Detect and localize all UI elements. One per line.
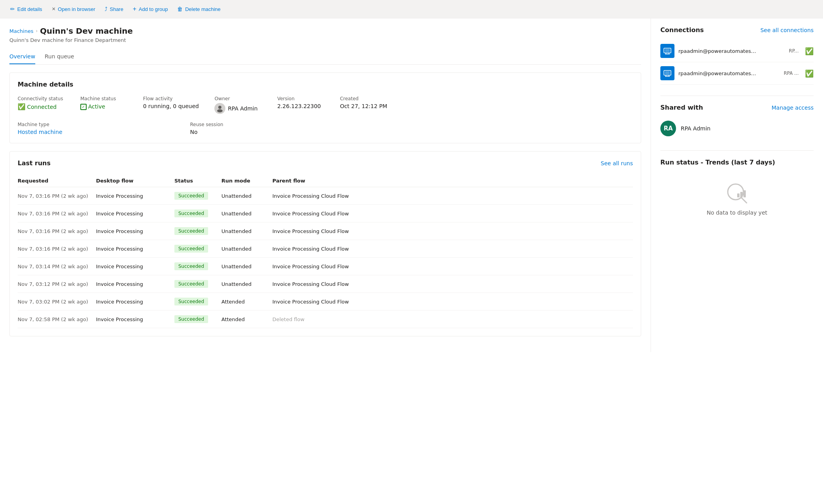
flow-activity-item: Flow activity 0 running, 0 queued [143, 96, 199, 114]
connection-user: rpaadmin@powerautomatesh001.onmicro... [678, 70, 757, 76]
status-badge: Succeeded [174, 298, 208, 305]
cell-run-mode: Unattended [221, 187, 272, 205]
cell-run-mode: Unattended [221, 205, 272, 222]
connectivity-status-item: Connectivity status ✅ Connected [18, 96, 65, 114]
breadcrumb: Machines › Quinn's Dev machine [9, 26, 641, 36]
machine-type-label: Machine type [18, 122, 65, 127]
right-panel: Connections See all connections rpaadmin… [651, 18, 823, 352]
delete-icon: 🗑 [177, 6, 183, 12]
status-badge: Succeeded [174, 192, 208, 200]
machine-details-title: Machine details [18, 81, 633, 88]
svg-rect-14 [737, 193, 740, 197]
status-badge: Succeeded [174, 245, 208, 253]
cell-desktop-flow: Invoice Processing [96, 275, 174, 293]
cell-desktop-flow: Invoice Processing [96, 240, 174, 258]
share-icon: ⤴ [105, 6, 107, 12]
cell-desktop-flow: Invoice Processing [96, 205, 174, 222]
see-all-runs-link[interactable]: See all runs [601, 160, 633, 166]
edit-details-button[interactable]: ✏ Edit details [6, 4, 46, 14]
trends-empty-state: No data to display yet [660, 166, 814, 231]
add-to-group-button[interactable]: + Add to group [129, 3, 172, 15]
shared-user-name: RPA Admin [681, 125, 711, 132]
tab-overview[interactable]: Overview [9, 49, 35, 64]
table-row: Nov 7, 03:12 PM (2 wk ago) Invoice Proce… [18, 275, 633, 293]
cell-parent-flow: Deleted flow [272, 311, 633, 328]
machine-type-item: Machine type Hosted machine [18, 122, 65, 135]
manage-access-link[interactable]: Manage access [772, 105, 814, 111]
connections-list: rpaadmin@powerautomatesh001.onmicros... … [660, 40, 814, 85]
connection-text: rpaadmin@powerautomatesh001.onmicro... [678, 70, 780, 76]
cell-status: Succeeded [174, 222, 221, 240]
cell-run-mode: Attended [221, 311, 272, 328]
cell-status: Succeeded [174, 293, 221, 311]
table-row: Nov 7, 03:16 PM (2 wk ago) Invoice Proce… [18, 205, 633, 222]
machine-details-card: Machine details Connectivity status ✅ Co… [9, 72, 641, 143]
created-item: Created Oct 27, 12:12 PM [340, 96, 387, 114]
svg-point-0 [218, 106, 221, 109]
status-badge: Succeeded [174, 280, 208, 288]
run-status-trends-section: Run status - Trends (last 7 days) No dat… [660, 159, 814, 231]
connections-title: Connections [660, 26, 704, 34]
shared-with-list: RA RPA Admin [660, 117, 814, 139]
connections-header: Connections See all connections [660, 26, 814, 34]
open-browser-icon: ✕ [52, 6, 56, 12]
avatar: RA [660, 121, 676, 136]
cell-requested: Nov 7, 03:14 PM (2 wk ago) [18, 258, 96, 275]
cell-requested: Nov 7, 03:16 PM (2 wk ago) [18, 222, 96, 240]
trends-empty-text: No data to display yet [707, 210, 767, 216]
shared-with-title: Shared with [660, 104, 703, 111]
last-runs-card: Last runs See all runs Requested Desktop… [9, 151, 641, 336]
edit-icon: ✏ [10, 6, 15, 12]
reuse-session-item: Reuse session No [190, 122, 237, 135]
divider-2 [660, 150, 814, 151]
trends-title: Run status - Trends (last 7 days) [660, 159, 814, 166]
cell-status: Succeeded [174, 275, 221, 293]
svg-rect-15 [740, 192, 743, 197]
svg-rect-11 [665, 71, 670, 74]
connection-badge: RP... [789, 48, 799, 54]
machine-status-value: ✓ Active [80, 103, 127, 110]
cell-run-mode: Unattended [221, 258, 272, 275]
reuse-session-value: No [190, 129, 237, 135]
left-panel: Machines › Quinn's Dev machine Quinn's D… [0, 18, 651, 352]
connection-status-icon: ✅ [805, 69, 814, 78]
cell-status: Succeeded [174, 187, 221, 205]
cell-parent-flow: Invoice Processing Cloud Flow [272, 258, 633, 275]
svg-rect-6 [665, 49, 670, 52]
cell-parent-flow: Invoice Processing Cloud Flow [272, 240, 633, 258]
share-button[interactable]: ⤴ Share [101, 4, 127, 14]
toolbar: ✏ Edit details ✕ Open in browser ⤴ Share… [0, 0, 823, 18]
cell-requested: Nov 7, 02:58 PM (2 wk ago) [18, 311, 96, 328]
reuse-session-label: Reuse session [190, 122, 237, 127]
table-row: Nov 7, 02:58 PM (2 wk ago) Invoice Proce… [18, 311, 633, 328]
details-grid-row2: Machine type Hosted machine Reuse sessio… [18, 122, 633, 135]
cell-requested: Nov 7, 03:02 PM (2 wk ago) [18, 293, 96, 311]
connection-icon [660, 66, 674, 80]
version-value: 2.26.123.22300 [277, 103, 324, 109]
last-runs-title: Last runs [18, 159, 51, 167]
last-runs-header: Last runs See all runs [18, 159, 633, 167]
col-header-parent: Parent flow [272, 175, 633, 187]
cell-desktop-flow: Invoice Processing [96, 258, 174, 275]
delete-machine-button[interactable]: 🗑 Delete machine [173, 4, 224, 14]
breadcrumb-parent-link[interactable]: Machines [9, 28, 33, 34]
table-row: Nov 7, 03:16 PM (2 wk ago) Invoice Proce… [18, 187, 633, 205]
cell-desktop-flow: Invoice Processing [96, 222, 174, 240]
page-subtitle: Quinn's Dev machine for Finance Departme… [9, 37, 641, 43]
connection-icon [660, 44, 674, 58]
owner-value: RPA Admin [214, 103, 261, 114]
see-all-connections-link[interactable]: See all connections [760, 27, 814, 33]
open-in-browser-button[interactable]: ✕ Open in browser [48, 4, 99, 14]
cell-run-mode: Unattended [221, 275, 272, 293]
connection-item: rpaadmin@powerautomatesh001.onmicro... R… [660, 62, 814, 85]
shared-with-section: Shared with Manage access RA RPA Admin [660, 104, 814, 139]
flow-activity-label: Flow activity [143, 96, 199, 101]
tab-run-queue[interactable]: Run queue [45, 49, 74, 64]
main-layout: Machines › Quinn's Dev machine Quinn's D… [0, 18, 823, 352]
connection-user: rpaadmin@powerautomatesh001.onmicros... [678, 48, 757, 54]
created-value: Oct 27, 12:12 PM [340, 103, 387, 109]
cell-desktop-flow: Invoice Processing [96, 293, 174, 311]
flow-activity-value: 0 running, 0 queued [143, 103, 199, 109]
version-label: Version [277, 96, 324, 101]
cell-run-mode: Attended [221, 293, 272, 311]
